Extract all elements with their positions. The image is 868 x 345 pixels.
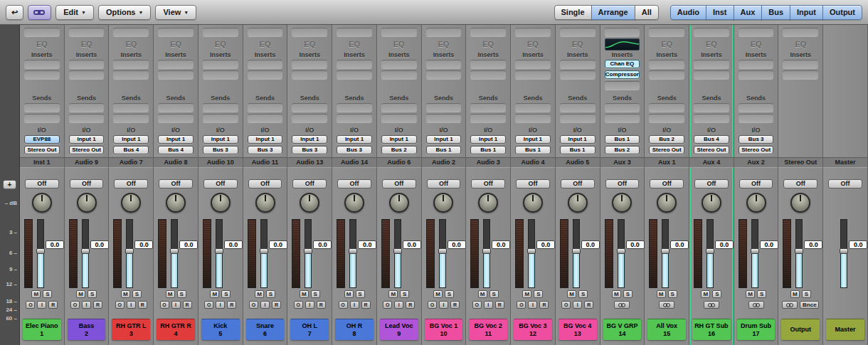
fader-value-box[interactable]: 0.0 bbox=[715, 240, 734, 249]
mute-button[interactable]: M bbox=[522, 290, 531, 298]
monitor-button[interactable]: O bbox=[339, 301, 348, 309]
insert-slot[interactable] bbox=[158, 70, 194, 79]
channel-strip-drum-sub[interactable]: EQInsertsSendsI/OBus 3Stereo OutAux 2Off… bbox=[734, 25, 779, 345]
input-button[interactable]: I bbox=[573, 301, 582, 309]
insert-slot[interactable] bbox=[739, 60, 774, 68]
pan-knob[interactable] bbox=[255, 193, 275, 213]
output-slot[interactable]: Bus 4 bbox=[158, 146, 194, 154]
mute-button[interactable]: M bbox=[388, 290, 398, 298]
send-slot[interactable] bbox=[24, 103, 60, 112]
insert-slot[interactable]: Chan EQ bbox=[605, 60, 640, 68]
send-slot[interactable] bbox=[248, 103, 283, 112]
monitor-button[interactable]: O bbox=[204, 301, 213, 309]
volume-fader[interactable] bbox=[394, 219, 401, 288]
eq-label[interactable]: EQ bbox=[304, 40, 315, 48]
eq-label[interactable]: EQ bbox=[215, 40, 226, 48]
send-slot[interactable] bbox=[470, 114, 506, 122]
eq-label[interactable]: EQ bbox=[795, 40, 806, 48]
input-button[interactable]: I bbox=[37, 301, 46, 309]
volume-fader[interactable] bbox=[573, 219, 580, 288]
record-button[interactable]: R bbox=[227, 301, 236, 309]
mute-button[interactable]: M bbox=[210, 290, 219, 298]
mute-button[interactable]: M bbox=[790, 290, 800, 298]
send-slot[interactable] bbox=[113, 103, 149, 112]
automation-mode-button[interactable]: Off bbox=[739, 179, 773, 189]
solo-button[interactable]: S bbox=[445, 290, 454, 298]
pan-knob[interactable] bbox=[166, 193, 186, 213]
pan-knob[interactable] bbox=[389, 193, 409, 213]
channel-strip-snare[interactable]: EQInsertsSendsI/OInput 1Bus 3Audio 11Off… bbox=[243, 25, 288, 345]
insert-slot[interactable] bbox=[426, 70, 462, 79]
volume-fader[interactable] bbox=[483, 219, 490, 288]
record-button[interactable]: R bbox=[93, 301, 102, 309]
insert-slot[interactable] bbox=[158, 60, 194, 68]
channel-strip-bg-v-grp[interactable]: InsertsChan EQCompressorSendsI/OBus 1Bus… bbox=[600, 25, 645, 345]
fader-value-box[interactable]: 0.0 bbox=[46, 240, 64, 249]
volume-fader[interactable] bbox=[751, 219, 758, 288]
channel-strip-elec-piano[interactable]: EQInsertsSendsI/OEVP88Stereo OutInst 1Of… bbox=[20, 25, 65, 345]
fader-cap[interactable] bbox=[751, 248, 759, 254]
automation-mode-button[interactable]: Off bbox=[694, 179, 729, 189]
insert-slot[interactable] bbox=[739, 70, 774, 79]
insert-slot[interactable] bbox=[783, 70, 818, 79]
track-name-label[interactable]: Drum Sub17 bbox=[737, 319, 776, 340]
insert-slot[interactable] bbox=[560, 70, 596, 79]
track-name-label[interactable]: RH GTR R4 bbox=[157, 319, 195, 340]
send-slot[interactable] bbox=[158, 114, 194, 122]
fader-value-box[interactable]: 0.0 bbox=[536, 240, 555, 249]
input-slot[interactable]: Input 1 bbox=[69, 135, 105, 144]
input-slot[interactable]: Input 1 bbox=[515, 135, 551, 144]
send-slot[interactable] bbox=[24, 114, 60, 122]
volume-fader[interactable] bbox=[171, 219, 178, 288]
monitor-button[interactable]: O bbox=[115, 301, 125, 309]
fader-value-box[interactable]: 0.0 bbox=[358, 240, 376, 249]
fader-value-box[interactable]: 0.0 bbox=[313, 240, 332, 249]
volume-fader[interactable] bbox=[260, 219, 268, 288]
send-slot[interactable] bbox=[694, 114, 729, 122]
fader-value-box[interactable]: 0.0 bbox=[581, 240, 600, 249]
channel-strip-bass[interactable]: EQInsertsSendsI/OInput 1Stereo OutAudio … bbox=[65, 25, 110, 345]
all-button[interactable]: All bbox=[635, 5, 659, 20]
output-slot[interactable]: Bus 3 bbox=[337, 146, 372, 154]
track-name-label[interactable]: BG Voc 211 bbox=[469, 319, 507, 340]
channel-settings-slot[interactable] bbox=[605, 28, 640, 36]
insert-slot[interactable] bbox=[515, 60, 551, 68]
track-name-label[interactable]: Kick5 bbox=[201, 319, 240, 340]
stereo-format-button[interactable] bbox=[748, 301, 764, 309]
channel-settings-slot[interactable] bbox=[158, 28, 194, 36]
send-slot[interactable] bbox=[426, 114, 462, 122]
stereo-format-button[interactable] bbox=[659, 301, 674, 309]
eq-label[interactable]: EQ bbox=[81, 40, 92, 48]
volume-fader[interactable] bbox=[216, 219, 223, 288]
channel-settings-slot[interactable] bbox=[113, 28, 149, 36]
fader-cap[interactable] bbox=[304, 248, 312, 254]
input-slot[interactable]: Input 1 bbox=[560, 135, 596, 144]
volume-fader[interactable] bbox=[305, 219, 312, 288]
channel-settings-slot[interactable] bbox=[739, 28, 774, 36]
track-name-label[interactable]: Master bbox=[826, 319, 864, 340]
eq-label[interactable]: EQ bbox=[482, 40, 494, 48]
fader-cap[interactable] bbox=[393, 248, 402, 254]
track-name-label[interactable]: BG Voc 312 bbox=[514, 319, 552, 340]
filter-bus-button[interactable]: Bus bbox=[761, 5, 790, 20]
mute-button[interactable]: M bbox=[746, 290, 755, 298]
fader-value-box[interactable]: 0.0 bbox=[134, 240, 153, 249]
insert-slot[interactable] bbox=[783, 60, 818, 68]
monitor-button[interactable]: O bbox=[383, 301, 392, 309]
channel-settings-slot[interactable] bbox=[694, 28, 729, 36]
eq-label[interactable]: EQ bbox=[170, 40, 181, 48]
channel-strip-oh-r[interactable]: EQInsertsSendsI/OInput 1Bus 3Audio 14Off… bbox=[332, 25, 377, 345]
channel-settings-slot[interactable] bbox=[381, 28, 417, 36]
send-slot[interactable] bbox=[203, 103, 238, 112]
fader-value-box[interactable]: 0.0 bbox=[760, 240, 778, 249]
filter-input-button[interactable]: Input bbox=[790, 5, 823, 20]
send-slot[interactable] bbox=[337, 103, 372, 112]
solo-button[interactable]: S bbox=[311, 290, 320, 298]
eq-label[interactable]: EQ bbox=[527, 40, 539, 48]
fader-cap[interactable] bbox=[260, 248, 268, 254]
solo-button[interactable]: S bbox=[578, 290, 588, 298]
input-slot[interactable]: Input 1 bbox=[381, 135, 417, 144]
mute-button[interactable]: M bbox=[701, 290, 710, 298]
insert-slot[interactable] bbox=[649, 60, 684, 68]
send-slot[interactable] bbox=[113, 114, 149, 122]
